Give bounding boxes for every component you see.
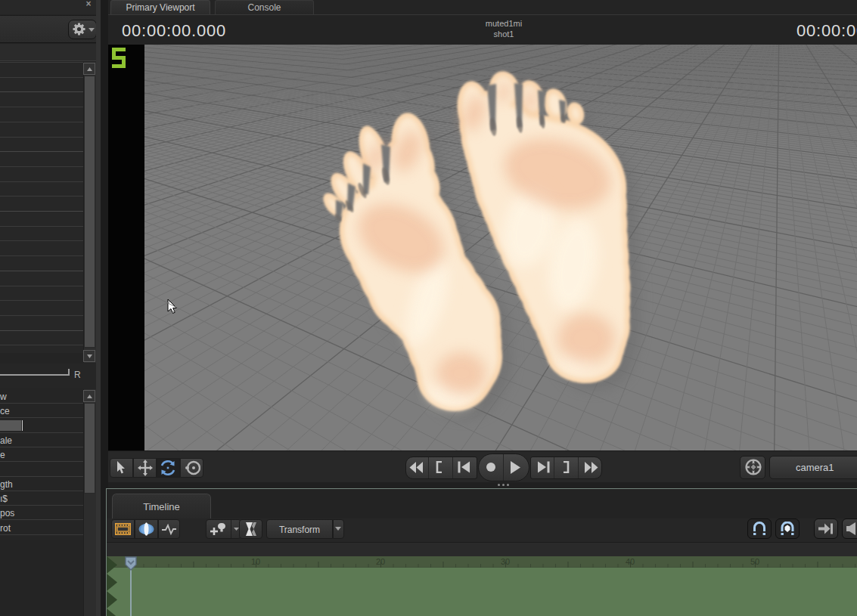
svg-text:30: 30: [501, 557, 510, 566]
svg-text:10: 10: [251, 557, 260, 566]
svg-text:40: 40: [626, 557, 635, 566]
svg-text:50: 50: [750, 557, 759, 566]
svg-text:20: 20: [376, 557, 385, 566]
